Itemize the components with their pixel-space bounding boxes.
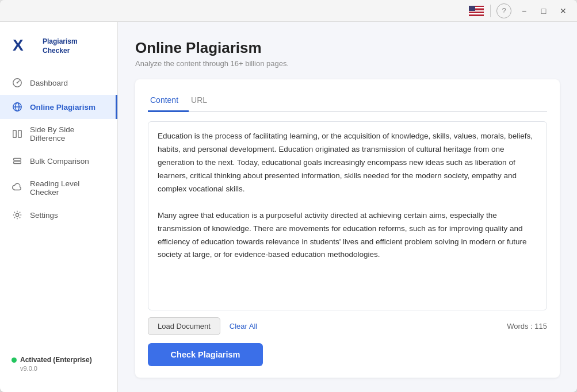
titlebar-divider — [490, 5, 491, 17]
sidebar-item-side-by-side[interactable]: Side By Side Difference — [0, 119, 117, 149]
svg-rect-15 — [18, 130, 21, 138]
tab-url[interactable]: URL — [189, 91, 217, 112]
page-subtitle: Analyze the content through 16+ billion … — [135, 59, 560, 68]
sidebar-label-bulk-comparison: Bulk Comparison — [30, 157, 89, 166]
sidebar-footer: Activated (Enterprise) v9.0.0 — [0, 347, 117, 381]
text-input-area — [148, 121, 547, 310]
status-dot — [12, 358, 17, 363]
svg-rect-7 — [469, 6, 475, 11]
sidebar-item-dashboard[interactable]: Dashboard — [0, 71, 117, 95]
sidebar-nav: Dashboard Online Plagiarism — [0, 68, 117, 347]
content-textarea[interactable] — [148, 122, 547, 310]
sidebar-label-dashboard: Dashboard — [30, 79, 68, 87]
main-card: Content URL Load Document Clear All Word… — [135, 79, 560, 378]
svg-rect-6 — [469, 14, 484, 16]
svg-point-10 — [17, 82, 18, 84]
svg-point-18 — [16, 213, 18, 216]
svg-rect-16 — [14, 159, 21, 161]
sidebar-item-settings[interactable]: Settings — [0, 203, 117, 227]
window-controls: − □ ✕ — [516, 3, 571, 19]
logo-text: Plagiarism Checker — [43, 37, 78, 55]
sidebar-item-reading-level[interactable]: Reading Level Checker — [0, 173, 117, 203]
layers-icon — [12, 155, 23, 167]
svg-rect-17 — [14, 162, 21, 164]
dashboard-icon — [12, 77, 23, 89]
main-content: Online Plagiarism Analyze the content th… — [118, 22, 577, 392]
sidebar-label-reading-level: Reading Level Checker — [30, 179, 106, 197]
version-label: v9.0.0 — [12, 365, 106, 372]
action-bar: Load Document Clear All Words : 115 — [148, 317, 547, 335]
tab-bar: Content URL — [148, 91, 547, 112]
globe-icon — [12, 101, 23, 113]
activation-label: Activated (Enterprise) — [20, 356, 92, 364]
titlebar: ? − □ ✕ — [0, 0, 577, 22]
tab-content[interactable]: Content — [148, 91, 189, 112]
maximize-button[interactable]: □ — [536, 3, 552, 19]
app-logo-icon: X — [12, 33, 40, 59]
load-document-button[interactable]: Load Document — [148, 317, 220, 335]
clear-all-button[interactable]: Clear All — [227, 318, 259, 335]
content-area: X Plagiarism Checker — [0, 22, 577, 392]
columns-icon — [12, 128, 23, 140]
help-button[interactable]: ? — [496, 3, 511, 18]
language-flag-icon[interactable] — [468, 5, 484, 17]
gear-icon — [12, 209, 23, 221]
sidebar-item-online-plagiarism[interactable]: Online Plagiarism — [0, 95, 117, 119]
activation-status: Activated (Enterprise) — [12, 356, 106, 364]
svg-rect-14 — [13, 130, 16, 138]
check-button-area: Check Plagiarism — [148, 343, 547, 366]
page-title: Online Plagiarism — [135, 39, 560, 57]
sidebar-label-online-plagiarism: Online Plagiarism — [30, 103, 95, 112]
titlebar-right: ? — [468, 3, 511, 18]
app-window: ? − □ ✕ X Plagiarism Checker — [0, 0, 577, 392]
word-count-label: Words : 115 — [507, 322, 547, 330]
check-plagiarism-button[interactable]: Check Plagiarism — [148, 343, 263, 366]
sidebar-label-side-by-side: Side By Side Difference — [30, 125, 106, 143]
svg-rect-4 — [469, 11, 484, 13]
logo-area: X Plagiarism Checker — [0, 22, 117, 68]
svg-text:X: X — [13, 36, 24, 54]
minimize-button[interactable]: − — [516, 3, 532, 19]
sidebar-item-bulk-comparison[interactable]: Bulk Comparison — [0, 149, 117, 173]
svg-rect-5 — [469, 13, 484, 15]
sidebar: X Plagiarism Checker — [0, 22, 118, 392]
sidebar-label-settings: Settings — [30, 211, 58, 220]
cloud-icon — [12, 182, 23, 194]
close-button[interactable]: ✕ — [555, 3, 571, 19]
